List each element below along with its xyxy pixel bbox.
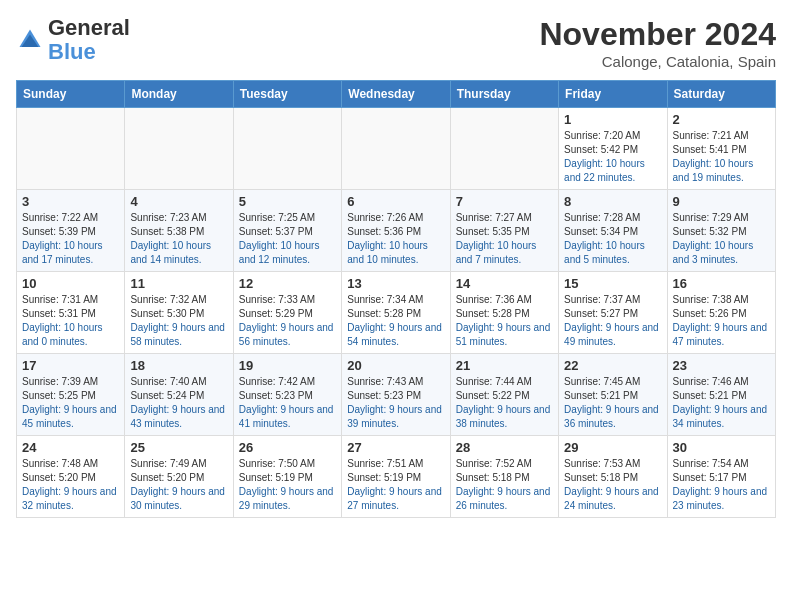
day-info: Sunrise: 7:51 AMSunset: 5:19 PMDaylight:… [347, 457, 444, 513]
day-info: Sunrise: 7:38 AMSunset: 5:26 PMDaylight:… [673, 293, 770, 349]
day-number: 29 [564, 440, 661, 455]
day-info: Sunrise: 7:45 AMSunset: 5:21 PMDaylight:… [564, 375, 661, 431]
day-info: Sunrise: 7:40 AMSunset: 5:24 PMDaylight:… [130, 375, 227, 431]
calendar-header-row: Sunday Monday Tuesday Wednesday Thursday… [17, 81, 776, 108]
table-row: 23Sunrise: 7:46 AMSunset: 5:21 PMDayligh… [667, 354, 775, 436]
day-number: 16 [673, 276, 770, 291]
day-info: Sunrise: 7:27 AMSunset: 5:35 PMDaylight:… [456, 211, 553, 267]
day-info: Sunrise: 7:53 AMSunset: 5:18 PMDaylight:… [564, 457, 661, 513]
calendar-week-row: 17Sunrise: 7:39 AMSunset: 5:25 PMDayligh… [17, 354, 776, 436]
table-row: 12Sunrise: 7:33 AMSunset: 5:29 PMDayligh… [233, 272, 341, 354]
day-number: 20 [347, 358, 444, 373]
table-row: 26Sunrise: 7:50 AMSunset: 5:19 PMDayligh… [233, 436, 341, 518]
table-row: 24Sunrise: 7:48 AMSunset: 5:20 PMDayligh… [17, 436, 125, 518]
day-info: Sunrise: 7:23 AMSunset: 5:38 PMDaylight:… [130, 211, 227, 267]
table-row: 16Sunrise: 7:38 AMSunset: 5:26 PMDayligh… [667, 272, 775, 354]
day-number: 8 [564, 194, 661, 209]
table-row: 2Sunrise: 7:21 AMSunset: 5:41 PMDaylight… [667, 108, 775, 190]
title-block: November 2024 Calonge, Catalonia, Spain [539, 16, 776, 70]
day-info: Sunrise: 7:48 AMSunset: 5:20 PMDaylight:… [22, 457, 119, 513]
day-info: Sunrise: 7:52 AMSunset: 5:18 PMDaylight:… [456, 457, 553, 513]
day-info: Sunrise: 7:36 AMSunset: 5:28 PMDaylight:… [456, 293, 553, 349]
table-row: 22Sunrise: 7:45 AMSunset: 5:21 PMDayligh… [559, 354, 667, 436]
page-header: GeneralBlue November 2024 Calonge, Catal… [16, 16, 776, 70]
day-info: Sunrise: 7:26 AMSunset: 5:36 PMDaylight:… [347, 211, 444, 267]
header-monday: Monday [125, 81, 233, 108]
day-number: 24 [22, 440, 119, 455]
day-number: 15 [564, 276, 661, 291]
table-row [342, 108, 450, 190]
day-info: Sunrise: 7:54 AMSunset: 5:17 PMDaylight:… [673, 457, 770, 513]
day-number: 3 [22, 194, 119, 209]
day-info: Sunrise: 7:34 AMSunset: 5:28 PMDaylight:… [347, 293, 444, 349]
header-saturday: Saturday [667, 81, 775, 108]
table-row: 7Sunrise: 7:27 AMSunset: 5:35 PMDaylight… [450, 190, 558, 272]
calendar-week-row: 10Sunrise: 7:31 AMSunset: 5:31 PMDayligh… [17, 272, 776, 354]
logo-icon [16, 26, 44, 54]
day-number: 9 [673, 194, 770, 209]
table-row: 18Sunrise: 7:40 AMSunset: 5:24 PMDayligh… [125, 354, 233, 436]
table-row: 6Sunrise: 7:26 AMSunset: 5:36 PMDaylight… [342, 190, 450, 272]
table-row: 8Sunrise: 7:28 AMSunset: 5:34 PMDaylight… [559, 190, 667, 272]
day-info: Sunrise: 7:20 AMSunset: 5:42 PMDaylight:… [564, 129, 661, 185]
table-row: 20Sunrise: 7:43 AMSunset: 5:23 PMDayligh… [342, 354, 450, 436]
table-row: 19Sunrise: 7:42 AMSunset: 5:23 PMDayligh… [233, 354, 341, 436]
day-number: 22 [564, 358, 661, 373]
day-number: 11 [130, 276, 227, 291]
day-info: Sunrise: 7:49 AMSunset: 5:20 PMDaylight:… [130, 457, 227, 513]
table-row: 5Sunrise: 7:25 AMSunset: 5:37 PMDaylight… [233, 190, 341, 272]
calendar-week-row: 3Sunrise: 7:22 AMSunset: 5:39 PMDaylight… [17, 190, 776, 272]
day-info: Sunrise: 7:31 AMSunset: 5:31 PMDaylight:… [22, 293, 119, 349]
table-row: 10Sunrise: 7:31 AMSunset: 5:31 PMDayligh… [17, 272, 125, 354]
day-number: 13 [347, 276, 444, 291]
calendar-week-row: 24Sunrise: 7:48 AMSunset: 5:20 PMDayligh… [17, 436, 776, 518]
day-info: Sunrise: 7:39 AMSunset: 5:25 PMDaylight:… [22, 375, 119, 431]
day-number: 5 [239, 194, 336, 209]
day-number: 4 [130, 194, 227, 209]
table-row: 1Sunrise: 7:20 AMSunset: 5:42 PMDaylight… [559, 108, 667, 190]
calendar-week-row: 1Sunrise: 7:20 AMSunset: 5:42 PMDaylight… [17, 108, 776, 190]
day-number: 17 [22, 358, 119, 373]
day-number: 14 [456, 276, 553, 291]
day-number: 7 [456, 194, 553, 209]
table-row: 13Sunrise: 7:34 AMSunset: 5:28 PMDayligh… [342, 272, 450, 354]
table-row: 25Sunrise: 7:49 AMSunset: 5:20 PMDayligh… [125, 436, 233, 518]
header-tuesday: Tuesday [233, 81, 341, 108]
day-number: 12 [239, 276, 336, 291]
day-info: Sunrise: 7:22 AMSunset: 5:39 PMDaylight:… [22, 211, 119, 267]
header-friday: Friday [559, 81, 667, 108]
day-info: Sunrise: 7:33 AMSunset: 5:29 PMDaylight:… [239, 293, 336, 349]
table-row [125, 108, 233, 190]
day-number: 18 [130, 358, 227, 373]
logo: GeneralBlue [16, 16, 130, 64]
month-title: November 2024 [539, 16, 776, 53]
table-row: 3Sunrise: 7:22 AMSunset: 5:39 PMDaylight… [17, 190, 125, 272]
day-number: 30 [673, 440, 770, 455]
day-number: 1 [564, 112, 661, 127]
day-info: Sunrise: 7:43 AMSunset: 5:23 PMDaylight:… [347, 375, 444, 431]
day-info: Sunrise: 7:28 AMSunset: 5:34 PMDaylight:… [564, 211, 661, 267]
header-sunday: Sunday [17, 81, 125, 108]
header-thursday: Thursday [450, 81, 558, 108]
table-row: 21Sunrise: 7:44 AMSunset: 5:22 PMDayligh… [450, 354, 558, 436]
table-row [17, 108, 125, 190]
day-number: 6 [347, 194, 444, 209]
calendar-table: Sunday Monday Tuesday Wednesday Thursday… [16, 80, 776, 518]
day-number: 26 [239, 440, 336, 455]
table-row: 11Sunrise: 7:32 AMSunset: 5:30 PMDayligh… [125, 272, 233, 354]
table-row: 15Sunrise: 7:37 AMSunset: 5:27 PMDayligh… [559, 272, 667, 354]
day-info: Sunrise: 7:25 AMSunset: 5:37 PMDaylight:… [239, 211, 336, 267]
day-info: Sunrise: 7:21 AMSunset: 5:41 PMDaylight:… [673, 129, 770, 185]
location: Calonge, Catalonia, Spain [539, 53, 776, 70]
day-number: 23 [673, 358, 770, 373]
table-row: 30Sunrise: 7:54 AMSunset: 5:17 PMDayligh… [667, 436, 775, 518]
day-info: Sunrise: 7:32 AMSunset: 5:30 PMDaylight:… [130, 293, 227, 349]
day-number: 19 [239, 358, 336, 373]
day-info: Sunrise: 7:44 AMSunset: 5:22 PMDaylight:… [456, 375, 553, 431]
table-row [233, 108, 341, 190]
day-info: Sunrise: 7:46 AMSunset: 5:21 PMDaylight:… [673, 375, 770, 431]
day-number: 27 [347, 440, 444, 455]
table-row: 14Sunrise: 7:36 AMSunset: 5:28 PMDayligh… [450, 272, 558, 354]
table-row: 29Sunrise: 7:53 AMSunset: 5:18 PMDayligh… [559, 436, 667, 518]
day-number: 2 [673, 112, 770, 127]
